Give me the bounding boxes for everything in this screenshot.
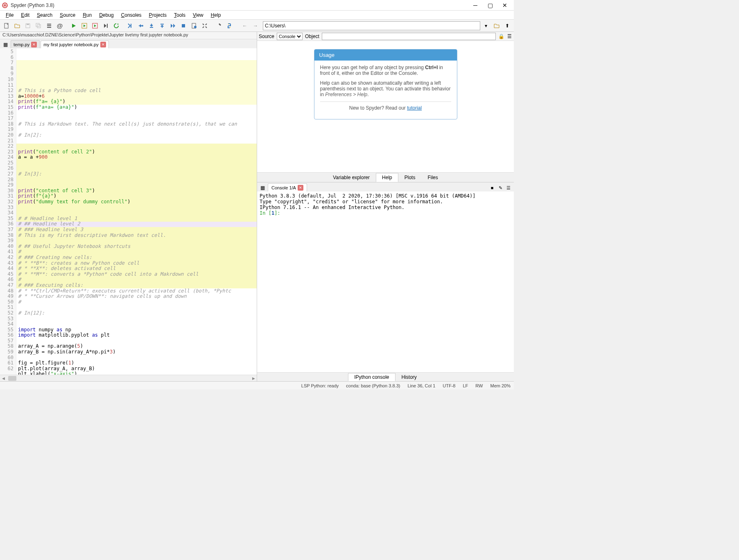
console-pane-tabs: IPython consoleHistory <box>257 372 514 381</box>
code-area[interactable]: # This is a Python code cella=10000+6pri… <box>16 48 257 375</box>
run-cell-icon[interactable] <box>79 21 89 31</box>
menu-debug[interactable]: Debug <box>96 11 117 19</box>
working-dir-input[interactable] <box>263 21 480 30</box>
breadcrumb: C:\Users\musacchiof.DZNE\Science\Python\… <box>0 32 257 39</box>
window-title: Spyder (Python 3.8) <box>11 2 468 8</box>
browse-dir-icon[interactable] <box>492 21 502 31</box>
back-icon[interactable]: ← <box>240 21 250 31</box>
help-content: Usage Here you can get help of any objec… <box>257 41 514 172</box>
source-select[interactable]: Console <box>277 33 303 40</box>
object-input[interactable] <box>322 33 496 40</box>
menu-run[interactable]: Run <box>79 11 95 19</box>
tab-help[interactable]: Help <box>376 173 398 182</box>
clear-console-icon[interactable]: ✎ <box>497 184 504 191</box>
menu-search[interactable]: Search <box>34 11 56 19</box>
menu-view[interactable]: View <box>190 11 207 19</box>
svg-rect-8 <box>107 24 108 28</box>
source-bar: Source Console Object 🔒 ☰ <box>257 32 514 41</box>
menu-help[interactable]: Help <box>208 11 224 19</box>
svg-rect-3 <box>27 24 29 25</box>
save-icon[interactable] <box>23 21 33 31</box>
dir-dropdown-icon[interactable]: ▾ <box>481 21 491 31</box>
code-editor[interactable]: 5678910111213141516171819202122232425262… <box>0 48 257 375</box>
maximize-pane-icon[interactable] <box>200 21 210 31</box>
menu-file[interactable]: File <box>2 11 17 19</box>
open-file-icon[interactable] <box>12 21 22 31</box>
debug-icon[interactable] <box>125 21 135 31</box>
step-icon[interactable] <box>136 21 146 31</box>
usage-title: Usage <box>314 49 457 61</box>
new-file-icon[interactable] <box>2 21 11 31</box>
stop-console-icon[interactable]: ■ <box>488 184 496 191</box>
svg-point-15 <box>228 24 229 25</box>
continue-icon[interactable] <box>168 21 178 31</box>
scroll-thumb[interactable] <box>8 376 16 381</box>
cursor-position: Line 36, Col 1 <box>407 383 435 388</box>
debug-file-icon[interactable] <box>189 21 199 31</box>
menu-consoles[interactable]: Consoles <box>118 11 145 19</box>
at-icon[interactable]: @ <box>55 21 65 31</box>
run-cell-advance-icon[interactable] <box>90 21 100 31</box>
options-icon[interactable]: ☰ <box>506 34 512 39</box>
close-icon[interactable]: ✕ <box>31 42 37 47</box>
lsp-status: LSP Python: ready <box>301 383 339 388</box>
menu-source[interactable]: Source <box>56 11 79 19</box>
close-icon[interactable]: ✕ <box>298 185 303 191</box>
svg-rect-5 <box>37 25 41 28</box>
run-icon[interactable] <box>69 21 79 31</box>
close-button[interactable]: ✕ <box>497 0 512 11</box>
tab-browse-icon[interactable]: ▦ <box>2 41 9 48</box>
list-icon[interactable] <box>44 21 54 31</box>
console-pane: ▦ Console 1/A ✕ ■ ✎ ☰ Python 3.8.3 (defa… <box>257 182 514 381</box>
right-pane: Source Console Object 🔒 ☰ Usage Here you… <box>257 32 514 381</box>
menu-projects[interactable]: Projects <box>146 11 170 19</box>
usage-body: Here you can get help of any object by p… <box>314 61 457 119</box>
menu-edit[interactable]: Edit <box>18 11 33 19</box>
maximize-button[interactable]: ▢ <box>483 0 497 11</box>
svg-point-16 <box>230 27 231 28</box>
stop-icon[interactable] <box>179 21 188 31</box>
tab-variable-explorer[interactable]: Variable explorer <box>327 173 376 182</box>
step-into-icon[interactable] <box>147 21 156 31</box>
minimize-button[interactable]: ─ <box>468 0 483 11</box>
usage-card: Usage Here you can get help of any objec… <box>314 49 457 119</box>
preferences-icon[interactable] <box>214 21 224 31</box>
lock-icon[interactable]: 🔒 <box>498 34 504 39</box>
menu-tools[interactable]: Tools <box>171 11 189 19</box>
tab-plots[interactable]: Plots <box>398 173 422 182</box>
run-selection-icon[interactable] <box>101 21 111 31</box>
menu-bar: FileEditSearchSourceRunDebugConsolesProj… <box>0 11 514 20</box>
editor-hscroll[interactable]: ◀ ▶ <box>0 375 257 381</box>
gutter: 5678910111213141516171819202122232425262… <box>0 48 16 375</box>
tab-ipython-console[interactable]: IPython console <box>348 373 395 381</box>
editor-tab[interactable]: temp.py✕ <box>11 40 40 48</box>
forward-icon[interactable]: → <box>251 21 260 31</box>
tab-history[interactable]: History <box>395 373 423 381</box>
svg-point-14 <box>194 26 197 28</box>
editor-tabs: ▦ temp.py✕my first jupyter notebook.py✕ <box>0 39 257 48</box>
status-bar: LSP Python: ready conda: base (Python 3.… <box>0 381 514 389</box>
help-pane-tabs: Variable explorerHelpPlotsFiles <box>257 172 514 182</box>
eol-status: LF <box>463 383 468 388</box>
console-browse-icon[interactable]: ▦ <box>259 184 266 191</box>
save-all-icon[interactable] <box>34 21 43 31</box>
close-icon[interactable]: ✕ <box>100 42 106 47</box>
rerun-icon[interactable] <box>111 21 121 31</box>
console-options-icon[interactable]: ☰ <box>505 184 512 191</box>
tutorial-link[interactable]: tutorial <box>407 105 422 111</box>
python-path-icon[interactable] <box>224 21 234 31</box>
editor-pane: C:\Users\musacchiof.DZNE\Science\Python\… <box>0 32 257 381</box>
console-tab[interactable]: Console 1/A ✕ <box>268 183 307 191</box>
svg-rect-10 <box>150 27 153 28</box>
tab-files[interactable]: Files <box>421 173 444 182</box>
editor-tab[interactable]: my first jupyter notebook.py✕ <box>41 40 109 49</box>
parent-dir-icon[interactable]: ⬆ <box>502 21 512 31</box>
console-output[interactable]: Python 3.8.3 (default, Jul 2 2020, 17:30… <box>257 191 514 372</box>
conda-status: conda: base (Python 3.8.3) <box>346 383 400 388</box>
object-label: Object <box>305 34 319 39</box>
scroll-right-icon[interactable]: ▶ <box>250 376 257 381</box>
encoding-status: UTF-8 <box>443 383 455 388</box>
step-out-icon[interactable] <box>157 21 167 31</box>
memory-status: Mem 20% <box>490 383 511 388</box>
scroll-left-icon[interactable]: ◀ <box>0 376 7 381</box>
